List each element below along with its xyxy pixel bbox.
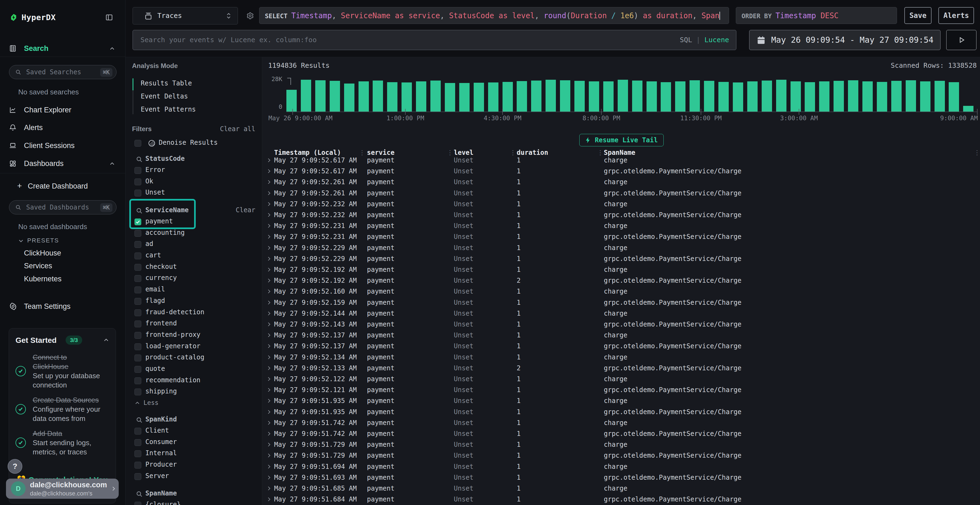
filter-option-recommendation[interactable]: recommendation bbox=[126, 375, 262, 386]
create-dashboard-button[interactable]: + Create Dashboard bbox=[0, 181, 126, 192]
denoise-checkbox[interactable] bbox=[134, 140, 141, 147]
table-row[interactable]: May 27 9:09:52.137 AMpaymentUnset1grpc.o… bbox=[262, 341, 980, 351]
table-row[interactable]: May 27 9:09:52.192 AMpaymentUnset1charge bbox=[262, 264, 980, 275]
table-row[interactable]: May 27 9:09:52.229 AMpaymentUnset1charge bbox=[262, 243, 980, 253]
row-expand-chevron-icon[interactable] bbox=[266, 420, 272, 426]
table-row[interactable]: May 27 9:09:51.693 AMpaymentUnset1grpc.o… bbox=[262, 472, 980, 483]
filter-option-{closure}[interactable]: {closure} bbox=[126, 499, 262, 505]
row-expand-chevron-icon[interactable] bbox=[266, 431, 272, 437]
table-row[interactable]: May 27 9:09:52.617 AMpaymentUnset1grpc.o… bbox=[262, 166, 980, 176]
row-expand-chevron-icon[interactable] bbox=[266, 441, 272, 448]
table-row[interactable]: May 27 9:09:51.694 AMpaymentUnset1charge bbox=[262, 461, 980, 472]
saved-dashboards-input[interactable]: Saved Dashboards ⌘K bbox=[9, 200, 116, 214]
checkbox[interactable] bbox=[134, 428, 141, 435]
row-expand-chevron-icon[interactable] bbox=[266, 179, 272, 185]
table-row[interactable]: May 27 9:09:52.232 AMpaymentUnset1charge bbox=[262, 199, 980, 210]
row-expand-chevron-icon[interactable] bbox=[266, 496, 272, 502]
row-expand-chevron-icon[interactable] bbox=[266, 190, 272, 196]
row-expand-chevron-icon[interactable] bbox=[266, 310, 272, 316]
table-row[interactable]: May 27 9:09:52.192 AMpaymentUnset2grpc.o… bbox=[262, 275, 980, 286]
analysis-mode-event-deltas[interactable]: Event Deltas bbox=[132, 90, 196, 103]
filter-option-checkout[interactable]: checkout bbox=[126, 262, 262, 273]
analysis-mode-event-patterns[interactable]: Event Patterns bbox=[132, 103, 196, 116]
row-expand-chevron-icon[interactable] bbox=[266, 256, 272, 262]
checkbox[interactable] bbox=[134, 343, 141, 350]
table-row[interactable]: May 27 9:09:52.231 AMpaymentUnset1grpc.o… bbox=[262, 231, 980, 242]
table-row[interactable]: May 27 9:09:52.261 AMpaymentUnset1grpc.o… bbox=[262, 188, 980, 199]
checkbox[interactable] bbox=[134, 178, 141, 185]
checkbox[interactable] bbox=[134, 366, 141, 373]
row-expand-chevron-icon[interactable] bbox=[266, 321, 272, 327]
sql-editor[interactable]: SELECT Timestamp, ServiceName as service… bbox=[259, 7, 729, 24]
table-row[interactable]: May 27 9:09:52.133 AMpaymentUnset2grpc.o… bbox=[262, 363, 980, 373]
row-expand-chevron-icon[interactable] bbox=[266, 157, 272, 163]
row-expand-chevron-icon[interactable] bbox=[266, 332, 272, 338]
table-row[interactable]: May 27 9:09:52.231 AMpaymentUnset1charge bbox=[262, 221, 980, 231]
table-row[interactable]: May 27 9:09:51.684 AMpaymentUnset1grpc.o… bbox=[262, 494, 980, 505]
checkbox[interactable] bbox=[134, 439, 141, 446]
table-row[interactable]: May 27 9:09:52.261 AMpaymentUnset1charge bbox=[262, 176, 980, 187]
filter-option-payment[interactable]: payment bbox=[126, 216, 262, 227]
date-range-picker[interactable]: May 26 09:09:54 - May 27 09:09:54 bbox=[749, 30, 940, 50]
table-row[interactable]: May 27 9:09:52.144 AMpaymentUnset1charge bbox=[262, 308, 980, 319]
filter-option-shipping[interactable]: shipping bbox=[126, 386, 262, 397]
table-row[interactable]: May 27 9:09:52.159 AMpaymentUnset1grpc.o… bbox=[262, 297, 980, 308]
table-row[interactable]: May 27 9:09:52.232 AMpaymentUnset1grpc.o… bbox=[262, 210, 980, 221]
row-expand-chevron-icon[interactable] bbox=[266, 223, 272, 229]
order-by-input[interactable]: ORDER BY Timestamp DESC bbox=[736, 7, 897, 24]
row-expand-chevron-icon[interactable] bbox=[266, 245, 272, 251]
filter-option-Error[interactable]: Error bbox=[126, 165, 262, 176]
checkbox[interactable] bbox=[134, 321, 141, 327]
row-expand-chevron-icon[interactable] bbox=[266, 300, 272, 306]
language-toggle[interactable]: SQL | Lucene bbox=[680, 36, 729, 44]
preset-item-clickhouse[interactable]: ClickHouse bbox=[24, 249, 61, 257]
lang-sql[interactable]: SQL bbox=[680, 36, 692, 44]
resume-live-tail-button[interactable]: Resume Live Tail bbox=[579, 134, 664, 146]
filter-option-email[interactable]: email bbox=[126, 284, 262, 295]
row-expand-chevron-icon[interactable] bbox=[266, 475, 272, 481]
filter-option-product-catalog[interactable]: product-catalog bbox=[126, 352, 262, 364]
filter-option-flagd[interactable]: flagd bbox=[126, 295, 262, 307]
filter-option-currency[interactable]: currency bbox=[126, 273, 262, 284]
table-row[interactable]: May 27 9:09:52.137 AMpaymentUnset1charge bbox=[262, 330, 980, 341]
table-row[interactable]: May 27 9:09:52.160 AMpaymentUnset1charge bbox=[262, 286, 980, 297]
checkbox[interactable] bbox=[134, 167, 141, 174]
presets-toggle[interactable]: PRESETS bbox=[0, 236, 126, 245]
row-expand-chevron-icon[interactable] bbox=[266, 278, 272, 284]
checkbox[interactable] bbox=[134, 230, 141, 237]
checkbox[interactable] bbox=[134, 450, 141, 457]
show-less-toggle[interactable]: Less bbox=[126, 397, 262, 409]
gear-icon[interactable] bbox=[247, 12, 254, 20]
row-expand-chevron-icon[interactable] bbox=[266, 201, 272, 207]
table-row[interactable]: May 27 9:09:52.617 AMpaymentUnset1charge bbox=[262, 155, 980, 166]
checkbox[interactable] bbox=[134, 252, 141, 259]
row-expand-chevron-icon[interactable] bbox=[266, 267, 272, 273]
table-row[interactable]: May 27 9:09:52.122 AMpaymentUnset1charge bbox=[262, 373, 980, 384]
save-button[interactable]: Save bbox=[904, 7, 932, 24]
filter-option-Ok[interactable]: Ok bbox=[126, 176, 262, 187]
row-expand-chevron-icon[interactable] bbox=[266, 398, 272, 404]
filter-option-accounting[interactable]: accounting bbox=[126, 227, 262, 239]
checkbox[interactable] bbox=[134, 332, 141, 339]
checkbox[interactable] bbox=[134, 354, 141, 361]
table-row[interactable]: May 27 9:09:51.729 AMpaymentUnset1charge bbox=[262, 439, 980, 450]
row-expand-chevron-icon[interactable] bbox=[266, 234, 272, 240]
lang-lucene[interactable]: Lucene bbox=[705, 36, 729, 44]
table-row[interactable]: May 27 9:09:51.742 AMpaymentUnset1grpc.o… bbox=[262, 428, 980, 439]
sidebar-item-dashboards[interactable]: Dashboards bbox=[0, 159, 126, 170]
row-expand-chevron-icon[interactable] bbox=[266, 453, 272, 459]
sidebar-item-chart-explorer[interactable]: Chart Explorer bbox=[0, 105, 126, 116]
clear-all-button[interactable]: Clear all bbox=[220, 125, 255, 133]
row-expand-chevron-icon[interactable] bbox=[266, 168, 272, 174]
filter-option-Client[interactable]: Client bbox=[126, 425, 262, 437]
checkbox[interactable] bbox=[134, 275, 141, 282]
filter-option-Unset[interactable]: Unset bbox=[126, 187, 262, 199]
checkbox[interactable] bbox=[134, 462, 141, 468]
checkbox[interactable] bbox=[134, 377, 141, 384]
sidebar-item-search[interactable]: Search bbox=[0, 43, 126, 54]
table-row[interactable]: May 27 9:09:51.742 AMpaymentUnset1charge bbox=[262, 418, 980, 428]
sidebar-item-alerts[interactable]: Alerts bbox=[0, 123, 126, 133]
checkbox[interactable] bbox=[134, 241, 141, 248]
checkbox[interactable] bbox=[134, 264, 141, 271]
table-row[interactable]: May 27 9:09:51.685 AMpaymentUnset1charge bbox=[262, 483, 980, 494]
